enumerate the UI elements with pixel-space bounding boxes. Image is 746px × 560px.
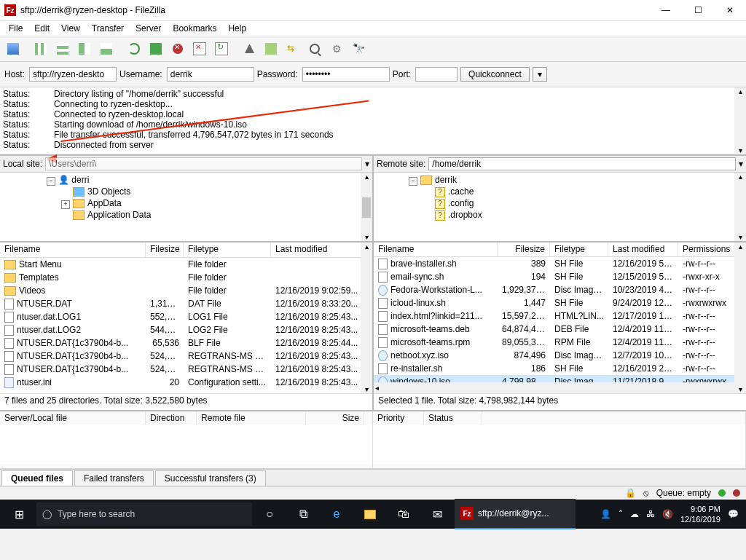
quickconnect-history-button[interactable]: ▾ [533,67,547,82]
local-scrollbar[interactable]: ▴▾ [361,242,372,393]
notification-icon[interactable]: 💬 [728,509,739,519]
remote-columns[interactable]: Filename Filesize Filetype Last modified… [374,242,746,257]
mail-icon[interactable]: ✉ [421,500,453,529]
toggle-queue-button[interactable] [96,39,117,58]
menu-file[interactable]: File [3,22,28,35]
list-item[interactable]: ntuser.dat.LOG2544,768LOG2 File12/16/201… [0,323,372,336]
local-path-input[interactable] [45,157,362,170]
explorer-icon[interactable] [354,500,386,529]
toggle-local-tree-button[interactable] [52,39,73,58]
search-button[interactable] [305,39,325,58]
password-input[interactable] [302,67,390,82]
transfer-columns-right[interactable]: Priority Status [373,411,745,425]
compare-button[interactable] [261,39,281,58]
queue-stop-icon[interactable]: ⦸ [643,488,649,498]
log-line: File transfer successful, transferred 4,… [54,130,334,140]
network-icon[interactable]: 🖧 [646,509,655,519]
remote-hscroll[interactable]: ◂▸ [374,382,746,393]
list-item[interactable]: Fedora-Workstation-L...1,929,379,...Disc… [374,283,746,296]
minimize-button[interactable]: — [650,0,682,20]
list-item[interactable]: microsoft-teams.rpm89,055,321RPM File12/… [374,336,746,349]
list-item[interactable]: microsoft-teams.deb64,874,490DEB File12/… [374,323,746,336]
remote-path-drop[interactable]: ▾ [739,159,743,169]
list-item[interactable]: email-sync.sh194SH File12/15/2019 5:2...… [374,270,746,283]
disconnect-button[interactable] [189,39,210,58]
log-scrollbar[interactable]: ▴▾ [734,87,746,154]
menu-view[interactable]: View [55,22,86,35]
list-item[interactable]: NTUSER.DAT{1c3790b4-b...524,288REGTRANS-… [0,350,372,363]
volume-icon[interactable]: 🔇 [662,509,673,519]
file-icon [378,363,388,374]
menubar: File Edit View Transfer Server Bookmarks… [0,21,746,36]
local-path-drop[interactable]: ▾ [365,159,369,169]
tab-failed[interactable]: Failed transfers [74,470,154,486]
username-input[interactable] [167,67,254,82]
list-item[interactable]: ntuser.dat.LOG1552,960LOG1 File12/16/201… [0,310,372,323]
taskbar-search-placeholder: Type here to search [58,509,135,519]
site-manager-button[interactable] [3,39,23,58]
local-tree[interactable]: −👤 derri 3D Objects +AppData Application… [0,173,372,242]
remote-site-label: Remote site: [377,159,425,169]
filezilla-icon: Fz [460,507,474,520]
list-item[interactable]: TemplatesFile folder [0,271,372,284]
task-view-button[interactable]: ⧉ [287,500,319,529]
tray-chevron-icon[interactable]: ˄ [619,509,623,519]
menu-transfer[interactable]: Transfer [86,22,130,35]
remote-tree[interactable]: −derrik ?.cache ?.config ?.dropbox ▴▾ [374,173,746,242]
find-button[interactable]: 🔭 [348,39,369,58]
system-tray[interactable]: 👤 ˄ ☁ 🖧 🔇 9:06 PM 12/16/2019 💬 [600,504,743,524]
list-item[interactable]: windows-10.iso4,798,982,...Disc Image...… [374,375,746,382]
tab-queued[interactable]: Queued files [1,470,73,486]
menu-bookmarks[interactable]: Bookmarks [167,22,222,35]
settings-file-icon [4,377,14,388]
port-input[interactable] [415,67,458,82]
process-queue-button[interactable] [146,39,166,58]
list-item[interactable]: NTUSER.DAT{1c3790b4-b...524,288REGTRANS-… [0,363,372,376]
list-item[interactable]: index.html?linkid=211...15,597,200HTML?L… [374,309,746,323]
menu-help[interactable]: Help [222,22,252,35]
list-item[interactable]: brave-installer.sh389SH File12/16/2019 5… [374,257,746,270]
cortana-button[interactable]: ○ [254,500,286,529]
taskbar-search[interactable]: ◯ Type here to search [36,502,252,526]
close-button[interactable]: ✕ [714,0,746,20]
list-item[interactable]: netboot.xyz.iso874,496Disc Image...12/7/… [374,349,746,362]
list-item[interactable]: ntuser.ini20Configuration setti...12/16/… [0,376,372,389]
taskbar-clock[interactable]: 9:06 PM 12/16/2019 [680,504,721,524]
list-item[interactable]: Start MenuFile folder [0,258,372,271]
local-columns[interactable]: Filename Filesize Filetype Last modified [0,242,372,258]
start-button[interactable]: ⊞ [3,500,35,529]
cancel-button[interactable] [168,39,188,58]
menu-edit[interactable]: Edit [28,22,55,35]
list-item[interactable]: VideosFile folder12/16/2019 9:02:59... [0,284,372,297]
tab-successful[interactable]: Successful transfers (3) [155,470,266,486]
toggle-msg-log-button[interactable] [31,39,51,58]
filter-button[interactable] [239,39,259,58]
list-item[interactable]: re-installer.sh186SH File12/16/2019 2:4.… [374,362,746,375]
edge-icon[interactable]: e [321,500,353,529]
remote-file-list[interactable]: Filename Filesize Filetype Last modified… [374,242,746,393]
menu-server[interactable]: Server [130,22,167,35]
list-item[interactable]: NTUSER.DAT1,310,720DAT File12/16/2019 8:… [0,297,372,310]
settings-button[interactable]: ⚙ [326,39,347,58]
file-icon [378,324,388,335]
local-file-list[interactable]: Filename Filesize Filetype Last modified… [0,242,372,393]
taskbar-filezilla[interactable]: Fz sftp://derrik@ryz... [455,499,576,529]
transfer-pane: Server/Local file Direction Remote file … [0,411,746,469]
remote-path-input[interactable] [428,157,736,170]
list-item[interactable]: NTUSER.DAT{1c3790b4-b...65,536BLF File12… [0,336,372,350]
people-icon[interactable]: 👤 [600,509,611,519]
host-input[interactable] [29,67,117,82]
store-icon[interactable]: 🛍 [388,500,420,529]
window-title: sftp://derrik@ryzen-desktop - FileZilla [20,5,165,15]
file-icon [4,299,14,309]
remote-scrollbar[interactable]: ▴▾ [734,242,746,393]
maximize-button[interactable]: ☐ [682,0,714,20]
toggle-remote-tree-button[interactable] [74,39,95,58]
refresh-button[interactable] [124,39,144,58]
onedrive-icon[interactable]: ☁ [630,509,639,519]
transfer-columns-left[interactable]: Server/Local file Direction Remote file … [0,411,372,425]
list-item[interactable]: icloud-linux.sh1,447SH File9/24/2019 12:… [374,296,746,309]
quickconnect-button[interactable]: Quickconnect [460,67,530,82]
reconnect-button[interactable] [211,39,232,58]
sync-browse-button[interactable]: ⇆ [283,39,303,58]
